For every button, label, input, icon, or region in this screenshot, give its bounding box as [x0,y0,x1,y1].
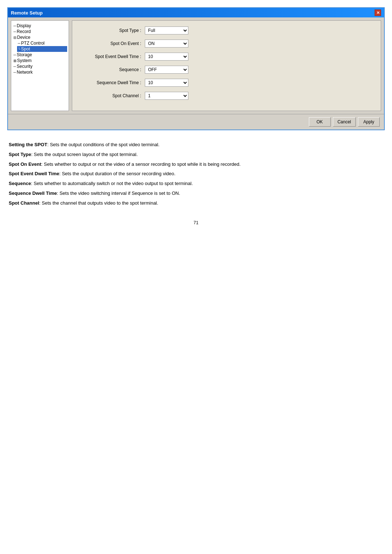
form-row-spot-event-dwell-time: Spot Event Dwell Time :510152030 [79,53,373,61]
form-label-sequence: Sequence : [79,67,145,72]
tree-icon-record: ─ [13,30,16,34]
doc-paragraph-1: Spot Type: Sets the output screen layout… [9,151,383,159]
tree-icon-system: ⊞ [13,59,16,63]
form-select-spot-channel[interactable]: 12345678 [145,92,188,100]
dialog-title: Remote Setup [11,10,42,16]
cancel-button[interactable]: Cancel [333,117,356,127]
sidebar-item-network[interactable]: ─Network [13,69,67,75]
sidebar-item-system[interactable]: ⊞System [13,58,67,63]
ok-button[interactable]: OK [309,117,331,127]
doc-bold-3: Spot Event Dwell Time [9,171,59,176]
tree-icon-spot: └ [18,47,20,51]
sidebar-item-label-display: Display [17,23,31,28]
sidebar-item-label-spot: Spot [21,46,30,52]
form-row-spot-type: Spot Type :FullQuadPIP [79,26,373,34]
apply-button[interactable]: Apply [358,117,380,127]
sidebar-item-label-ptz-control: PTZ Control [21,41,45,46]
dialog-content-row: ─Display─Record⊟Device─PTZ Control└Spot─… [8,17,384,114]
doc-bold-6: Spot Channel [9,200,39,206]
doc-paragraph-5: Sequence Dwell Time: Sets the video swit… [9,190,383,197]
sidebar-item-label-record: Record [17,29,31,34]
form-row-spot-on-event: Spot On Event :ONOFF [79,40,373,48]
form-label-spot-channel: Spot Channel : [79,93,145,98]
form-label-spot-event-dwell-time: Spot Event Dwell Time : [79,54,145,59]
sidebar-item-label-device: Device [17,35,30,40]
remote-setup-dialog: Remote Setup ✕ ─Display─Record⊟Device─PT… [7,7,385,130]
dialog-titlebar: Remote Setup ✕ [8,8,384,17]
tree-icon-ptz-control: ─ [18,41,20,45]
form-select-sequence[interactable]: ONOFF [145,66,188,74]
documentation-section: Setting the SPOT: Sets the output condit… [7,138,385,213]
sidebar-item-label-security: Security [17,64,32,69]
tree-icon-network: ─ [13,70,16,74]
sidebar-item-record[interactable]: ─Record [13,29,67,34]
tree-icon-storage: ─ [13,53,16,57]
form-row-spot-channel: Spot Channel :12345678 [79,92,373,100]
doc-paragraph-6: Spot Channel: Sets the channel that outp… [9,200,383,207]
form-label-spot-type: Spot Type : [79,28,145,33]
doc-paragraph-2: Spot On Event: Sets whether to output or… [9,161,383,168]
form-select-sequence-dwell-time[interactable]: 510152030 [145,79,188,87]
doc-bold-5: Sequence Dwell Time [9,190,57,196]
sidebar-item-display[interactable]: ─Display [13,23,67,29]
sidebar-item-ptz-control[interactable]: ─PTZ Control [17,40,67,46]
dialog-footer: OK Cancel Apply [8,114,384,130]
sidebar-item-device[interactable]: ⊟Device [13,34,67,40]
form-select-spot-event-dwell-time[interactable]: 510152030 [145,53,188,61]
page-number: 71 [7,220,385,225]
form-label-sequence-dwell-time: Sequence Dwell Time : [79,80,145,85]
sidebar-item-label-network: Network [17,70,33,75]
form-label-spot-on-event: Spot On Event : [79,41,145,46]
doc-bold-0: Setting the SPOT [9,142,47,147]
sidebar-item-label-storage: Storage [17,52,32,57]
tree-icon-security: ─ [13,65,16,69]
sidebar-item-label-system: System [17,58,32,63]
form-select-spot-type[interactable]: FullQuadPIP [145,26,188,34]
dialog-body: ─Display─Record⊟Device─PTZ Control└Spot─… [8,17,384,130]
doc-bold-4: Sequence [9,181,31,186]
doc-paragraph-4: Sequence: Sets whether to automatically … [9,180,383,188]
doc-bold-1: Spot Type [9,152,31,157]
page-wrapper: Remote Setup ✕ ─Display─Record⊟Device─PT… [7,7,385,225]
sidebar-item-security[interactable]: ─Security [13,63,67,69]
tree-icon-device: ⊟ [13,36,16,40]
tree-icon-display: ─ [13,24,16,28]
doc-paragraph-0: Setting the SPOT: Sets the output condit… [9,141,383,149]
form-row-sequence: Sequence :ONOFF [79,66,373,74]
sidebar-tree: ─Display─Record⊟Device─PTZ Control└Spot─… [11,20,69,111]
sidebar-item-spot[interactable]: └Spot [17,46,67,52]
doc-paragraph-3: Spot Event Dwell Time: Sets the output d… [9,170,383,178]
sidebar-item-storage[interactable]: ─Storage [13,52,67,58]
form-select-spot-on-event[interactable]: ONOFF [145,40,188,48]
main-panel: Spot Type :FullQuadPIPSpot On Event :ONO… [72,20,381,111]
close-button[interactable]: ✕ [375,9,381,16]
form-row-sequence-dwell-time: Sequence Dwell Time :510152030 [79,79,373,87]
doc-bold-2: Spot On Event [9,161,41,167]
